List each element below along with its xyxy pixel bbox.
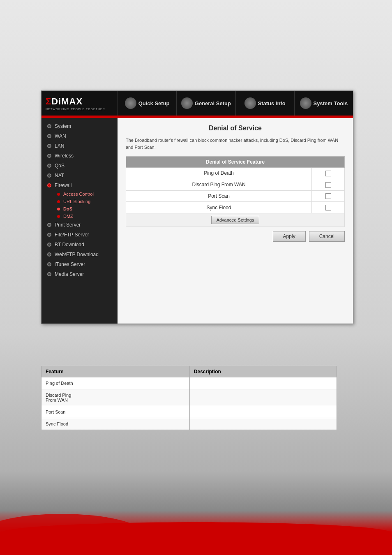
checkbox-sync-flood[interactable] xyxy=(312,202,345,213)
dos-table: Denial of Service Feature Ping of Death … xyxy=(126,156,345,227)
sidebar-item-lan[interactable]: LAN xyxy=(42,141,118,151)
page-title: Denial of Service xyxy=(126,125,345,132)
sidebar-item-firewall[interactable]: Firewall xyxy=(42,180,118,190)
action-buttons: Apply Cancel xyxy=(126,231,345,242)
reference-table: Feature Description Ping of Death Discar… xyxy=(41,366,337,430)
router-ui: ΣDiMAX NETWORKING PEOPLE TOGETHER Quick … xyxy=(41,90,353,324)
bt-download-radio xyxy=(47,243,51,247)
feature-discard-ping: Discard Ping From WAN xyxy=(126,179,312,190)
ref-feature-0: Ping of Death xyxy=(42,377,190,389)
access-control-dot xyxy=(57,193,60,196)
checkbox-ping-of-death[interactable] xyxy=(312,168,345,179)
sidebar-sub-dos[interactable]: DoS xyxy=(53,205,118,213)
sidebar-item-file-ftp-server[interactable]: File/FTP Server xyxy=(42,230,118,240)
file-ftp-radio xyxy=(47,233,51,237)
lan-radio xyxy=(47,144,51,148)
print-server-radio xyxy=(47,223,51,227)
qos-radio xyxy=(47,164,51,168)
cancel-button[interactable]: Cancel xyxy=(309,231,345,242)
sidebar: System WAN LAN Wireless QoS xyxy=(42,118,118,324)
ref-row: Port Scan xyxy=(42,406,337,418)
apply-button[interactable]: Apply xyxy=(273,231,306,242)
logo-text: ΣDiMAX xyxy=(46,96,113,107)
ref-feature-3: Sync Flood xyxy=(42,418,190,430)
feature-sync-flood: Sync Flood xyxy=(126,202,312,213)
ref-desc-3 xyxy=(189,418,337,430)
logo-sigma: Σ xyxy=(46,96,51,106)
wireless-radio xyxy=(47,154,51,158)
feature-ping-of-death: Ping of Death xyxy=(126,168,312,179)
ref-feature-2: Port Scan xyxy=(42,406,190,418)
reference-table-container: Feature Description Ping of Death Discar… xyxy=(41,366,337,430)
advanced-settings-row: Advanced Settings xyxy=(126,213,345,227)
feature-port-scan: Port Scan xyxy=(126,190,312,202)
sidebar-item-print-server[interactable]: Print Server xyxy=(42,220,118,230)
ref-header-feature: Feature xyxy=(42,366,190,377)
media-server-radio xyxy=(47,272,51,276)
firewall-radio xyxy=(47,183,51,187)
wan-radio xyxy=(47,134,51,138)
system-radio xyxy=(47,124,51,128)
advanced-settings-cell: Advanced Settings xyxy=(126,213,345,227)
checkbox-icon[interactable] xyxy=(325,182,331,188)
status-info-icon xyxy=(244,97,256,109)
ref-header-description: Description xyxy=(189,366,337,377)
tab-general-setup[interactable]: General Setup xyxy=(176,91,235,116)
itunes-radio xyxy=(47,262,51,266)
url-blocking-dot xyxy=(57,200,60,203)
checkbox-discard-ping[interactable] xyxy=(312,179,345,190)
ref-row: Discard PingFrom WAN xyxy=(42,389,337,406)
sidebar-item-bt-download[interactable]: BT Download xyxy=(42,240,118,250)
logo-subtitle: NETWORKING PEOPLE TOGETHER xyxy=(46,108,113,111)
sidebar-sub-url-blocking[interactable]: URL Blocking xyxy=(53,198,118,205)
ref-feature-1: Discard PingFrom WAN xyxy=(42,389,190,406)
ref-desc-1 xyxy=(189,389,337,406)
sidebar-item-itunes-server[interactable]: iTunes Server xyxy=(42,259,118,269)
logo-area: ΣDiMAX NETWORKING PEOPLE TOGETHER xyxy=(42,91,118,116)
checkbox-icon[interactable] xyxy=(325,193,331,199)
checkbox-icon[interactable] xyxy=(325,171,331,176)
dos-dot xyxy=(57,208,60,210)
sidebar-item-wan[interactable]: WAN xyxy=(42,131,118,141)
ref-row: Sync Flood xyxy=(42,418,337,430)
checkbox-icon[interactable] xyxy=(325,205,331,210)
sidebar-item-web-ftp-download[interactable]: Web/FTP Download xyxy=(42,250,118,259)
sidebar-item-wireless[interactable]: Wireless xyxy=(42,151,118,161)
ref-desc-2 xyxy=(189,406,337,418)
table-row: Ping of Death xyxy=(126,168,345,179)
ref-row: Ping of Death xyxy=(42,377,337,389)
tab-status-info[interactable]: Status Info xyxy=(235,91,294,116)
sidebar-sub-access-control[interactable]: Access Control xyxy=(53,190,118,198)
router-header: ΣDiMAX NETWORKING PEOPLE TOGETHER Quick … xyxy=(42,91,353,116)
content-area: Denial of Service The Broadband router's… xyxy=(118,118,353,324)
sidebar-item-system[interactable]: System xyxy=(42,121,118,131)
advanced-settings-button[interactable]: Advanced Settings xyxy=(211,216,260,224)
nav-tabs: Quick Setup General Setup Status Info Sy… xyxy=(118,91,353,116)
quick-setup-icon xyxy=(125,97,136,109)
sidebar-item-nat[interactable]: NAT xyxy=(42,171,118,180)
main-layout: System WAN LAN Wireless QoS xyxy=(42,118,353,324)
firewall-submenu: Access Control URL Blocking DoS DMZ xyxy=(42,190,118,220)
web-ftp-radio xyxy=(47,252,51,257)
sidebar-sub-dmz[interactable]: DMZ xyxy=(53,213,118,220)
table-header: Denial of Service Feature xyxy=(126,157,345,168)
table-row: Port Scan xyxy=(126,190,345,202)
bottom-wave xyxy=(0,522,392,555)
sidebar-item-qos[interactable]: QoS xyxy=(42,161,118,171)
system-tools-icon xyxy=(300,97,311,109)
bottom-decoration xyxy=(0,506,392,555)
nat-radio xyxy=(47,173,51,178)
dmz-dot xyxy=(57,215,60,218)
table-row: Discard Ping From WAN xyxy=(126,179,345,190)
table-row: Sync Flood xyxy=(126,202,345,213)
sidebar-item-media-server[interactable]: Media Server xyxy=(42,269,118,279)
ref-desc-0 xyxy=(189,377,337,389)
tab-system-tools[interactable]: System Tools xyxy=(294,91,353,116)
general-setup-icon xyxy=(181,97,193,109)
checkbox-port-scan[interactable] xyxy=(312,190,345,202)
tab-quick-setup[interactable]: Quick Setup xyxy=(118,91,176,116)
description-text: The Broadband router's firewall can bloc… xyxy=(126,137,345,150)
